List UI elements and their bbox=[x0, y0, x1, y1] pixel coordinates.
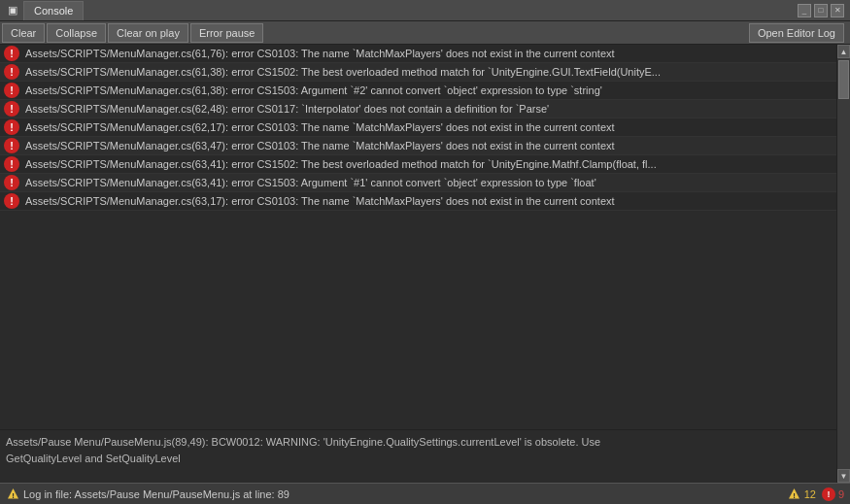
window-controls: _ □ ✕ bbox=[798, 4, 844, 17]
detail-panel: Assets/Pause Menu/PauseMenu.js(89,49): B… bbox=[0, 429, 836, 483]
status-log-info: ! Log in file: Assets/Pause Menu/PauseMe… bbox=[6, 487, 788, 501]
clear-on-play-button[interactable]: Clear on play bbox=[108, 23, 188, 43]
error-icon: ! bbox=[4, 119, 19, 135]
log-item[interactable]: !Assets/SCRIPTS/MenuManager.cs(62,48): e… bbox=[0, 100, 836, 118]
log-text: Assets/SCRIPTS/MenuManager.cs(61,38): er… bbox=[25, 84, 833, 97]
scrollbar[interactable]: ▲ ▼ bbox=[836, 45, 850, 483]
log-text: Assets/SCRIPTS/MenuManager.cs(62,48): er… bbox=[25, 102, 833, 116]
log-item[interactable]: !Assets/SCRIPTS/MenuManager.cs(61,38): e… bbox=[0, 82, 836, 100]
error-icon: ! bbox=[4, 175, 19, 190]
error-icon: ! bbox=[4, 138, 19, 153]
error-icon: ! bbox=[4, 83, 19, 98]
error-icon: ! bbox=[4, 64, 19, 80]
warning-badge: ! 12 bbox=[788, 487, 816, 501]
log-text: Assets/SCRIPTS/MenuManager.cs(61,76): er… bbox=[25, 47, 833, 60]
log-text: Assets/SCRIPTS/MenuManager.cs(63,17): er… bbox=[25, 194, 833, 208]
log-text: Assets/SCRIPTS/MenuManager.cs(62,17): er… bbox=[25, 120, 833, 134]
open-editor-log-button[interactable]: Open Editor Log bbox=[749, 23, 844, 43]
log-text: Assets/SCRIPTS/MenuManager.cs(63,41): er… bbox=[25, 176, 833, 189]
toolbar: Clear Collapse Clear on play Error pause… bbox=[0, 21, 850, 45]
log-file-text: Log in file: Assets/Pause Menu/PauseMenu… bbox=[23, 488, 289, 500]
log-text: Assets/SCRIPTS/MenuManager.cs(63,47): er… bbox=[25, 139, 833, 152]
error-icon: ! bbox=[4, 101, 19, 117]
log-text: Assets/SCRIPTS/MenuManager.cs(63,41): er… bbox=[25, 157, 833, 171]
collapse-button[interactable]: Collapse bbox=[47, 23, 106, 43]
status-bar: ! Log in file: Assets/Pause Menu/PauseMe… bbox=[0, 483, 850, 504]
warning-badge-icon: ! bbox=[788, 487, 801, 501]
log-item[interactable]: !Assets/SCRIPTS/MenuManager.cs(63,41): e… bbox=[0, 174, 836, 192]
scroll-down-button[interactable]: ▼ bbox=[837, 469, 850, 483]
detail-line2: GetQualityLevel and SetQualityLevel bbox=[6, 453, 181, 464]
log-item[interactable]: !Assets/SCRIPTS/MenuManager.cs(63,17): e… bbox=[0, 192, 836, 211]
log-item[interactable]: !Assets/SCRIPTS/MenuManager.cs(61,76): e… bbox=[0, 45, 836, 63]
maximize-button[interactable]: □ bbox=[814, 4, 828, 17]
error-icon: ! bbox=[4, 193, 19, 209]
error-icon: ! bbox=[4, 156, 19, 172]
minimize-button[interactable]: _ bbox=[798, 4, 811, 17]
error-count: 9 bbox=[838, 488, 844, 500]
log-item[interactable]: !Assets/SCRIPTS/MenuManager.cs(62,17): e… bbox=[0, 118, 836, 137]
status-warning-icon: ! bbox=[6, 487, 19, 501]
scroll-up-button[interactable]: ▲ bbox=[837, 45, 850, 58]
main-content: !Assets/SCRIPTS/MenuManager.cs(61,76): e… bbox=[0, 45, 850, 483]
detail-line1: Assets/Pause Menu/PauseMenu.js(89,49): B… bbox=[6, 436, 600, 448]
log-list: !Assets/SCRIPTS/MenuManager.cs(61,76): e… bbox=[0, 45, 836, 429]
tab-label: Console bbox=[34, 5, 73, 17]
scroll-track[interactable] bbox=[837, 58, 850, 469]
console-icon: ▣ bbox=[6, 4, 19, 17]
log-item[interactable]: !Assets/SCRIPTS/MenuManager.cs(63,47): e… bbox=[0, 137, 836, 155]
title-bar: ▣ Console _ □ ✕ bbox=[0, 0, 850, 21]
error-icon: ! bbox=[4, 46, 19, 61]
error-badge: ! 9 bbox=[822, 487, 844, 501]
log-item[interactable]: !Assets/SCRIPTS/MenuManager.cs(61,38): e… bbox=[0, 63, 836, 82]
warning-count: 12 bbox=[804, 488, 816, 500]
log-text: Assets/SCRIPTS/MenuManager.cs(61,38): er… bbox=[25, 65, 833, 79]
svg-text:!: ! bbox=[793, 491, 796, 500]
close-button[interactable]: ✕ bbox=[831, 4, 844, 17]
clear-button[interactable]: Clear bbox=[2, 23, 45, 43]
svg-text:!: ! bbox=[12, 491, 15, 500]
error-pause-button[interactable]: Error pause bbox=[190, 23, 263, 43]
error-badge-icon: ! bbox=[822, 487, 835, 501]
log-item[interactable]: !Assets/SCRIPTS/MenuManager.cs(63,41): e… bbox=[0, 155, 836, 174]
title-tab: Console bbox=[23, 1, 84, 20]
log-area: !Assets/SCRIPTS/MenuManager.cs(61,76): e… bbox=[0, 45, 836, 483]
scroll-thumb[interactable] bbox=[838, 60, 849, 99]
status-badges: ! 12 ! 9 bbox=[788, 487, 844, 501]
